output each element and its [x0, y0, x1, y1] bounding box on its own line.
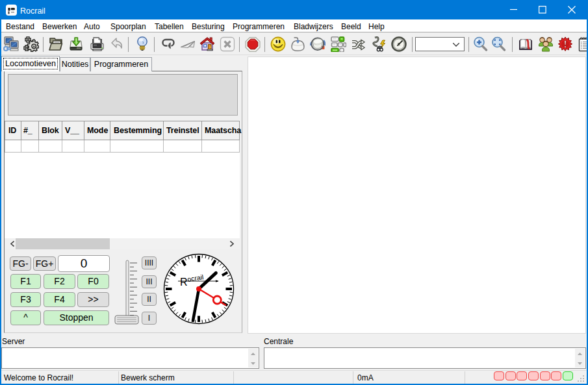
svg-text:R: R [180, 277, 188, 288]
